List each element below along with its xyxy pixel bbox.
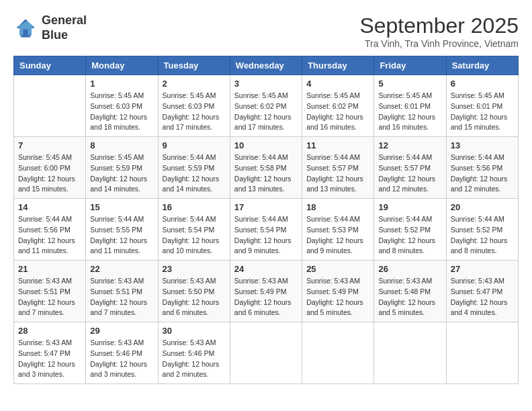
calendar-cell: 30Sunrise: 5:43 AMSunset: 5:46 PMDayligh… — [158, 322, 230, 384]
day-of-week-header: Wednesday — [230, 56, 302, 75]
page-header: General Blue September 2025 Tra Vinh, Tr… — [13, 13, 519, 49]
calendar-cell: 13Sunrise: 5:44 AMSunset: 5:56 PMDayligh… — [446, 137, 518, 199]
calendar-cell: 21Sunrise: 5:43 AMSunset: 5:51 PMDayligh… — [14, 261, 86, 322]
day-info: Sunrise: 5:44 AMSunset: 5:54 PMDaylight:… — [163, 214, 226, 257]
calendar-cell: 16Sunrise: 5:44 AMSunset: 5:54 PMDayligh… — [158, 199, 230, 261]
day-info: Sunrise: 5:43 AMSunset: 5:49 PMDaylight:… — [306, 276, 369, 318]
day-info: Sunrise: 5:44 AMSunset: 5:58 PMDaylight:… — [234, 152, 298, 195]
day-number: 5 — [378, 79, 441, 89]
day-number: 3 — [234, 79, 298, 89]
day-number: 25 — [306, 264, 369, 274]
day-number: 4 — [306, 79, 369, 89]
calendar-cell: 1Sunrise: 5:45 AMSunset: 6:03 PMDaylight… — [86, 75, 158, 137]
month-title: September 2025 — [359, 13, 519, 38]
calendar-cell: 17Sunrise: 5:44 AMSunset: 5:54 PMDayligh… — [230, 199, 302, 261]
day-number: 12 — [378, 140, 441, 150]
calendar-cell: 6Sunrise: 5:45 AMSunset: 6:01 PMDaylight… — [446, 75, 518, 137]
calendar-cell: 3Sunrise: 5:45 AMSunset: 6:02 PMDaylight… — [230, 75, 302, 137]
calendar-cell: 11Sunrise: 5:44 AMSunset: 5:57 PMDayligh… — [302, 137, 374, 199]
logo-icon — [13, 16, 38, 40]
calendar-cell — [14, 75, 86, 137]
calendar-cell: 25Sunrise: 5:43 AMSunset: 5:49 PMDayligh… — [302, 261, 374, 322]
calendar-week-row: 7Sunrise: 5:45 AMSunset: 6:00 PMDaylight… — [14, 137, 519, 199]
day-number: 26 — [378, 264, 441, 274]
day-number: 9 — [163, 140, 226, 150]
calendar-cell: 2Sunrise: 5:45 AMSunset: 6:03 PMDaylight… — [158, 75, 230, 137]
logo: General Blue — [13, 13, 87, 42]
day-number: 24 — [234, 264, 298, 274]
day-number: 8 — [90, 140, 153, 150]
day-info: Sunrise: 5:44 AMSunset: 5:57 PMDaylight:… — [378, 152, 441, 195]
calendar-cell: 29Sunrise: 5:43 AMSunset: 5:46 PMDayligh… — [86, 322, 158, 384]
calendar-week-row: 28Sunrise: 5:43 AMSunset: 5:47 PMDayligh… — [14, 322, 519, 384]
calendar-cell: 9Sunrise: 5:44 AMSunset: 5:59 PMDaylight… — [158, 137, 230, 199]
calendar-cell: 23Sunrise: 5:43 AMSunset: 5:50 PMDayligh… — [158, 261, 230, 322]
day-info: Sunrise: 5:45 AMSunset: 6:01 PMDaylight:… — [378, 91, 441, 133]
day-of-week-header: Saturday — [446, 56, 518, 75]
calendar-cell: 19Sunrise: 5:44 AMSunset: 5:52 PMDayligh… — [374, 199, 446, 261]
calendar-cell: 27Sunrise: 5:43 AMSunset: 5:47 PMDayligh… — [446, 261, 518, 322]
day-info: Sunrise: 5:43 AMSunset: 5:51 PMDaylight:… — [18, 276, 81, 318]
logo-text: General Blue — [42, 13, 87, 42]
day-info: Sunrise: 5:43 AMSunset: 5:50 PMDaylight:… — [163, 276, 226, 318]
calendar-cell: 22Sunrise: 5:43 AMSunset: 5:51 PMDayligh… — [86, 261, 158, 322]
day-info: Sunrise: 5:45 AMSunset: 6:02 PMDaylight:… — [306, 91, 369, 133]
day-of-week-header: Sunday — [14, 56, 86, 75]
calendar-cell: 10Sunrise: 5:44 AMSunset: 5:58 PMDayligh… — [230, 137, 302, 199]
day-number: 13 — [451, 140, 514, 150]
day-info: Sunrise: 5:43 AMSunset: 5:51 PMDaylight:… — [90, 276, 153, 318]
day-info: Sunrise: 5:43 AMSunset: 5:47 PMDaylight:… — [18, 338, 81, 380]
calendar-cell — [302, 322, 374, 384]
calendar-cell: 8Sunrise: 5:45 AMSunset: 5:59 PMDaylight… — [86, 137, 158, 199]
calendar-cell: 5Sunrise: 5:45 AMSunset: 6:01 PMDaylight… — [374, 75, 446, 137]
day-number: 27 — [451, 264, 514, 274]
calendar-cell — [374, 322, 446, 384]
calendar-cell: 4Sunrise: 5:45 AMSunset: 6:02 PMDaylight… — [302, 75, 374, 137]
day-number: 10 — [234, 140, 298, 150]
location: Tra Vinh, Tra Vinh Province, Vietnam — [359, 38, 519, 49]
day-info: Sunrise: 5:44 AMSunset: 5:53 PMDaylight:… — [306, 214, 369, 257]
day-number: 1 — [90, 79, 153, 89]
calendar-cell: 26Sunrise: 5:43 AMSunset: 5:48 PMDayligh… — [374, 261, 446, 322]
day-info: Sunrise: 5:43 AMSunset: 5:48 PMDaylight:… — [378, 276, 441, 318]
day-of-week-header: Thursday — [302, 56, 374, 75]
calendar-week-row: 21Sunrise: 5:43 AMSunset: 5:51 PMDayligh… — [14, 261, 519, 322]
day-number: 11 — [306, 140, 369, 150]
day-info: Sunrise: 5:44 AMSunset: 5:52 PMDaylight:… — [451, 214, 514, 257]
calendar-cell: 24Sunrise: 5:43 AMSunset: 5:49 PMDayligh… — [230, 261, 302, 322]
day-number: 14 — [18, 202, 81, 212]
day-number: 22 — [90, 264, 153, 274]
day-info: Sunrise: 5:45 AMSunset: 6:00 PMDaylight:… — [18, 152, 81, 195]
day-number: 18 — [306, 202, 369, 212]
calendar-week-row: 14Sunrise: 5:44 AMSunset: 5:56 PMDayligh… — [14, 199, 519, 261]
day-info: Sunrise: 5:43 AMSunset: 5:47 PMDaylight:… — [451, 276, 514, 318]
calendar-cell: 28Sunrise: 5:43 AMSunset: 5:47 PMDayligh… — [14, 322, 86, 384]
calendar-cell: 7Sunrise: 5:45 AMSunset: 6:00 PMDaylight… — [14, 137, 86, 199]
day-info: Sunrise: 5:45 AMSunset: 6:02 PMDaylight:… — [234, 91, 298, 133]
day-info: Sunrise: 5:44 AMSunset: 5:59 PMDaylight:… — [163, 152, 226, 195]
day-info: Sunrise: 5:45 AMSunset: 6:03 PMDaylight:… — [163, 91, 226, 133]
day-number: 29 — [90, 326, 153, 336]
day-number: 19 — [378, 202, 441, 212]
day-info: Sunrise: 5:43 AMSunset: 5:49 PMDaylight:… — [234, 276, 298, 318]
calendar-cell — [230, 322, 302, 384]
day-number: 6 — [451, 79, 514, 89]
day-number: 17 — [234, 202, 298, 212]
day-number: 28 — [18, 326, 81, 336]
calendar-cell: 20Sunrise: 5:44 AMSunset: 5:52 PMDayligh… — [446, 199, 518, 261]
calendar-week-row: 1Sunrise: 5:45 AMSunset: 6:03 PMDaylight… — [14, 75, 519, 137]
day-number: 7 — [18, 140, 81, 150]
title-block: September 2025 Tra Vinh, Tra Vinh Provin… — [359, 13, 519, 49]
day-number: 15 — [90, 202, 153, 212]
day-of-week-header: Tuesday — [158, 56, 230, 75]
day-info: Sunrise: 5:45 AMSunset: 5:59 PMDaylight:… — [90, 152, 153, 195]
day-number: 30 — [163, 326, 226, 336]
calendar-cell: 18Sunrise: 5:44 AMSunset: 5:53 PMDayligh… — [302, 199, 374, 261]
day-info: Sunrise: 5:45 AMSunset: 6:01 PMDaylight:… — [451, 91, 514, 133]
day-info: Sunrise: 5:44 AMSunset: 5:57 PMDaylight:… — [306, 152, 369, 195]
day-info: Sunrise: 5:43 AMSunset: 5:46 PMDaylight:… — [90, 338, 153, 380]
day-of-week-header: Monday — [86, 56, 158, 75]
calendar-header-row: SundayMondayTuesdayWednesdayThursdayFrid… — [14, 56, 519, 75]
calendar-cell — [446, 322, 518, 384]
day-number: 16 — [163, 202, 226, 212]
